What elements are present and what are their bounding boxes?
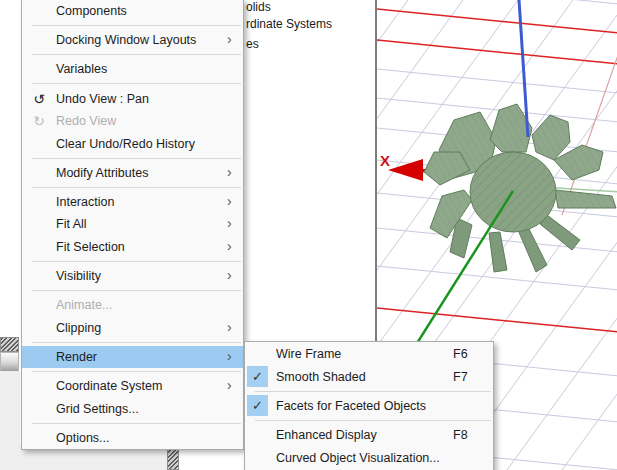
menu-item-fit-all[interactable]: Fit All › <box>22 213 243 236</box>
tree-item[interactable]: olids <box>246 0 271 14</box>
menu-separator <box>32 187 241 188</box>
menu-item-options[interactable]: Options... <box>22 426 243 449</box>
menu-item-label: Modify Attributes <box>56 166 227 180</box>
menu-item-label: Variables <box>56 62 243 76</box>
submenu-gutter: ✓ <box>245 366 276 387</box>
menu-item-modify-attributes[interactable]: Modify Attributes › <box>22 162 243 185</box>
menu-separator <box>32 261 241 262</box>
shortcut-label: F6 <box>453 347 493 361</box>
menu-separator <box>32 83 241 84</box>
checkmark-icon: ✓ <box>247 366 268 387</box>
submenu-item-label: Curved Object Visualization... <box>276 451 453 465</box>
application-window: olids rdinate Systems es <box>0 0 617 470</box>
submenu-arrow-icon: › <box>227 350 243 364</box>
menu-item-docking-window-layouts[interactable]: Docking Window Layouts › <box>22 29 243 52</box>
submenu-arrow-icon: › <box>227 240 243 254</box>
menu-item-label: Fit Selection <box>56 240 227 254</box>
menu-separator <box>255 420 491 421</box>
menu-item-redo-view[interactable]: ↻ Redo View <box>22 110 243 133</box>
menu-item-clear-undo-redo-history[interactable]: Clear Undo/Redo History <box>22 132 243 155</box>
submenu-arrow-icon: › <box>227 269 243 283</box>
menu-separator <box>32 423 241 424</box>
menu-item-clipping[interactable]: Clipping › <box>22 317 243 340</box>
submenu-item-label: Wire Frame <box>276 347 453 361</box>
menu-item-label: Animate... <box>56 298 243 312</box>
menu-item-label: Options... <box>56 431 243 445</box>
menu-item-render[interactable]: Render › <box>22 346 243 369</box>
tree-item[interactable]: rdinate Systems <box>246 17 332 31</box>
view-context-menu: Components Docking Window Layouts › Vari… <box>21 0 244 450</box>
splitter-grip[interactable] <box>0 337 19 352</box>
menu-item-label: Coordinate System <box>56 379 227 393</box>
menu-item-undo-view[interactable]: ↺ Undo View : Pan <box>22 87 243 110</box>
submenu-arrow-icon: › <box>227 217 243 231</box>
submenu-item-enhanced-display[interactable]: Enhanced Display F8 <box>245 424 493 447</box>
menu-item-label: Clear Undo/Redo History <box>56 137 243 151</box>
submenu-item-label: Enhanced Display <box>276 428 453 442</box>
menu-item-label: Interaction <box>56 195 227 209</box>
menu-separator <box>32 371 241 372</box>
menu-item-label: Fit All <box>56 217 227 231</box>
tree-item[interactable]: es <box>246 37 259 51</box>
menu-separator <box>32 25 241 26</box>
submenu-arrow-icon: › <box>227 321 243 335</box>
submenu-arrow-icon: › <box>227 195 243 209</box>
shortcut-label: F8 <box>453 428 493 442</box>
submenu-item-label: Facets for Faceted Objects <box>276 399 453 413</box>
menu-separator <box>255 391 491 392</box>
menu-separator <box>32 158 241 159</box>
redo-arrow-icon: ↻ <box>22 114 56 128</box>
submenu-arrow-icon: › <box>227 166 243 180</box>
menu-separator <box>32 54 241 55</box>
submenu-arrow-icon: › <box>227 33 243 47</box>
menu-item-visibility[interactable]: Visibility › <box>22 265 243 288</box>
x-axis-label: X <box>380 152 390 169</box>
checkmark-icon: ✓ <box>247 395 268 416</box>
submenu-gutter: ✓ <box>245 395 276 416</box>
menu-item-label: Docking Window Layouts <box>56 33 227 47</box>
menu-item-label: Visibility <box>56 269 227 283</box>
submenu-item-smooth-shaded[interactable]: ✓ Smooth Shaded F7 <box>245 365 493 388</box>
render-submenu: Wire Frame F6 ✓ Smooth Shaded F7 ✓ Facet… <box>244 341 494 470</box>
menu-separator <box>32 290 241 291</box>
submenu-item-label: Smooth Shaded <box>276 370 453 384</box>
menu-item-components[interactable]: Components <box>22 0 243 23</box>
menu-item-coordinate-system[interactable]: Coordinate System › <box>22 375 243 398</box>
menu-item-label: Grid Settings... <box>56 402 243 416</box>
menu-item-label: Clipping <box>56 321 227 335</box>
shortcut-label: F7 <box>453 370 493 384</box>
submenu-item-facets-for-faceted-objects[interactable]: ✓ Facets for Faceted Objects <box>245 394 493 417</box>
menu-item-label: Redo View <box>56 114 243 128</box>
menu-item-label: Components <box>56 4 243 18</box>
fan-object[interactable] <box>424 104 616 272</box>
menu-separator <box>32 342 241 343</box>
menu-item-fit-selection[interactable]: Fit Selection › <box>22 236 243 259</box>
menu-item-interaction[interactable]: Interaction › <box>22 191 243 214</box>
scrollbar-thumb[interactable] <box>0 352 19 372</box>
menu-item-label: Render <box>56 350 227 364</box>
submenu-item-wire-frame[interactable]: Wire Frame F6 <box>245 342 493 365</box>
menu-item-animate[interactable]: Animate... <box>22 294 243 317</box>
undo-arrow-icon: ↺ <box>22 92 56 106</box>
submenu-arrow-icon: › <box>227 379 243 393</box>
submenu-item-curved-object-visualization[interactable]: Curved Object Visualization... <box>245 447 493 470</box>
menu-item-label: Undo View : Pan <box>56 92 243 106</box>
menu-item-grid-settings[interactable]: Grid Settings... <box>22 397 243 420</box>
menu-item-variables[interactable]: Variables <box>22 58 243 81</box>
